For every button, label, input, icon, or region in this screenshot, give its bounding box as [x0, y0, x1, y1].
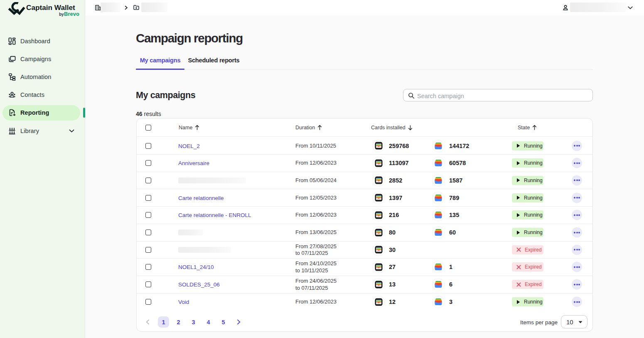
svg-text:Captain Wallet: Captain Wallet — [26, 3, 75, 12]
svg-text:by: by — [59, 12, 64, 17]
svg-text:Brevo: Brevo — [64, 11, 79, 17]
